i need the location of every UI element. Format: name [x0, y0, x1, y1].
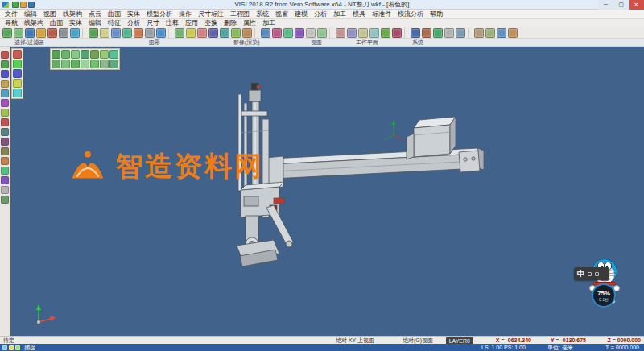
- toolbar-icon[interactable]: [272, 28, 282, 38]
- menu-item[interactable]: 曲面: [105, 10, 124, 19]
- menu-item[interactable]: 视图: [40, 10, 60, 19]
- toolbar-icon[interactable]: [369, 28, 379, 38]
- menu-item[interactable]: 加工: [330, 10, 349, 19]
- toolbar-icon[interactable]: [111, 28, 121, 38]
- caption-views[interactable]: 视图: [311, 39, 322, 47]
- toolbar-icon[interactable]: [231, 28, 241, 38]
- menu-item[interactable]: 删除: [221, 19, 240, 27]
- palette-icon[interactable]: [71, 50, 80, 59]
- dock-tool-icon[interactable]: [1, 80, 9, 88]
- menu-item[interactable]: 导航: [2, 19, 21, 27]
- status-units[interactable]: 单位: 毫米: [547, 344, 573, 351]
- palette-icon[interactable]: [71, 60, 80, 68]
- palette-icon[interactable]: [52, 60, 60, 68]
- menu-item[interactable]: 分析: [311, 10, 330, 19]
- palette-icon[interactable]: [52, 50, 60, 59]
- maximize-button[interactable]: ▢: [613, 0, 629, 10]
- menu-item[interactable]: 变换: [201, 19, 221, 27]
- caption-system[interactable]: 系统: [412, 39, 423, 47]
- menu-item[interactable]: 点云: [85, 10, 105, 19]
- toolbar-icon[interactable]: [433, 28, 443, 38]
- toolbar-icon[interactable]: [122, 28, 132, 38]
- toolbar-icon[interactable]: [456, 28, 465, 38]
- dock-tool-icon[interactable]: [1, 147, 9, 155]
- toolbar-icon[interactable]: [381, 28, 390, 38]
- toolbar-icon[interactable]: [186, 28, 196, 38]
- toolbar-icon[interactable]: [2, 28, 12, 38]
- palette-icon[interactable]: [90, 60, 99, 68]
- toolbar-icon[interactable]: [358, 28, 368, 38]
- status-icon[interactable]: [15, 345, 20, 350]
- dock-tool-icon[interactable]: [1, 109, 9, 117]
- toolbar-icon[interactable]: [208, 28, 218, 38]
- palette-icon[interactable]: [13, 50, 22, 59]
- dock-tool-icon[interactable]: [1, 196, 9, 204]
- toolbar-icon[interactable]: [261, 28, 270, 38]
- palette-icon[interactable]: [80, 60, 89, 68]
- toolbar-icon[interactable]: [175, 28, 184, 38]
- toolbar-icon[interactable]: [100, 28, 109, 38]
- caption-selection-filter[interactable]: 选择/过滤器: [14, 39, 44, 47]
- menu-item[interactable]: 注释: [163, 19, 182, 27]
- menu-item[interactable]: 实体: [124, 10, 143, 19]
- toolbar-icon[interactable]: [220, 28, 229, 38]
- dock-tool-icon[interactable]: [1, 99, 9, 107]
- menu-item[interactable]: 加工: [259, 19, 279, 27]
- menu-item[interactable]: 编辑: [21, 10, 40, 19]
- menu-item[interactable]: 属性: [240, 19, 259, 27]
- dock-tool-icon[interactable]: [1, 186, 9, 194]
- ime-indicator[interactable]: 中: [574, 267, 609, 280]
- toolbar-icon[interactable]: [306, 28, 316, 38]
- palette-icon[interactable]: [61, 60, 70, 68]
- minimize-button[interactable]: ─: [598, 0, 613, 10]
- toolbar-icon[interactable]: [59, 28, 68, 38]
- toolbar-icon[interactable]: [422, 28, 431, 38]
- menu-item[interactable]: 线架构: [21, 19, 47, 27]
- status-icon[interactable]: [9, 345, 14, 350]
- toolbar-icon[interactable]: [156, 28, 166, 38]
- menu-item[interactable]: 应用: [182, 19, 201, 27]
- ime-settings-icon[interactable]: [595, 272, 599, 276]
- dock-tool-icon[interactable]: [1, 167, 9, 175]
- toolbar-icon[interactable]: [295, 28, 304, 38]
- menu-item[interactable]: 文件: [2, 10, 21, 19]
- toolbar-icon[interactable]: [497, 28, 506, 38]
- caption-shading[interactable]: 影像(渲染): [233, 39, 260, 47]
- palette-icon[interactable]: [109, 50, 118, 59]
- menu-item[interactable]: 工程图: [227, 10, 253, 19]
- menu-item[interactable]: 特征: [105, 19, 124, 27]
- dock-tool-icon[interactable]: [1, 89, 9, 97]
- menu-item[interactable]: 建模: [291, 10, 311, 19]
- menu-item[interactable]: 尺寸标注: [195, 10, 227, 19]
- palette-icon[interactable]: [80, 50, 89, 59]
- toolbar-icon[interactable]: [47, 28, 57, 38]
- palette-icon[interactable]: [109, 60, 118, 68]
- menu-item[interactable]: 模型分析: [143, 10, 175, 19]
- toolbar-icon[interactable]: [70, 28, 80, 38]
- palette-icon[interactable]: [13, 69, 22, 78]
- toolbar-icon[interactable]: [283, 28, 293, 38]
- palette-icon[interactable]: [100, 50, 109, 59]
- menu-item[interactable]: 模流分析: [394, 10, 427, 19]
- toolbar-icon[interactable]: [474, 28, 484, 38]
- toolbar-icon[interactable]: [485, 28, 495, 38]
- menu-item[interactable]: 标准件: [369, 10, 394, 19]
- toolbar-icon[interactable]: [411, 28, 420, 38]
- toolbar-icon[interactable]: [508, 28, 518, 38]
- toolbar-icon[interactable]: [242, 28, 252, 38]
- menu-item[interactable]: 曲面: [47, 19, 66, 27]
- dock-tool-icon[interactable]: [1, 60, 9, 68]
- toolbar-icon[interactable]: [444, 28, 454, 38]
- toolbar-icon[interactable]: [317, 28, 327, 38]
- toolbar-icon[interactable]: [134, 28, 143, 38]
- menu-item[interactable]: 视窗: [272, 10, 291, 19]
- dock-tool-icon[interactable]: [1, 51, 9, 59]
- close-button[interactable]: ✕: [629, 0, 644, 10]
- toolbar-icon[interactable]: [89, 28, 98, 38]
- caption-graphics[interactable]: 图形: [149, 39, 160, 47]
- toolbar-icon[interactable]: [336, 28, 345, 38]
- palette-icon[interactable]: [90, 50, 99, 59]
- ime-pin-icon[interactable]: [588, 272, 592, 276]
- dock-tool-icon[interactable]: [1, 138, 9, 146]
- menu-item[interactable]: 帮助: [427, 10, 446, 19]
